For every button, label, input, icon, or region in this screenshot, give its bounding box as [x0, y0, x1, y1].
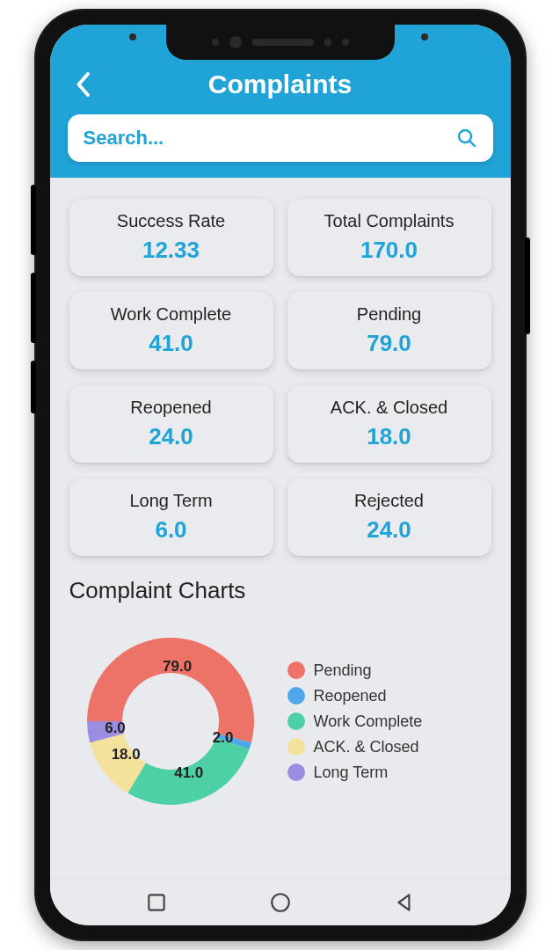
svg-point-3 — [272, 894, 289, 911]
stat-card-value: 6.0 — [76, 516, 266, 544]
legend-swatch — [287, 661, 305, 679]
stat-card[interactable]: Success Rate12.33 — [69, 199, 273, 276]
legend-item: ACK. & Closed — [287, 738, 423, 756]
legend-item: Work Complete — [287, 712, 423, 731]
section-title: Complaint Charts — [69, 577, 491, 604]
stats-grid: Success Rate12.33Total Complaints170.0Wo… — [69, 199, 491, 556]
stat-card-value: 170.0 — [295, 237, 484, 264]
back-button[interactable] — [68, 69, 98, 99]
legend-label: Long Term — [314, 764, 389, 782]
phone-side-button — [31, 185, 36, 255]
search-icon[interactable] — [456, 128, 477, 149]
search-input[interactable] — [84, 127, 456, 150]
stat-card-label: Rejected — [295, 491, 484, 511]
android-navbar — [50, 878, 511, 925]
legend-label: Pending — [314, 661, 372, 680]
stat-card-value: 12.33 — [76, 237, 266, 264]
stat-card[interactable]: Long Term6.0 — [69, 479, 273, 556]
circle-icon — [269, 891, 292, 914]
phone-side-button — [525, 238, 530, 334]
search-bar[interactable] — [68, 114, 493, 162]
stat-card[interactable]: Pending79.0 — [287, 292, 491, 369]
donut-value-label: 79.0 — [163, 658, 192, 676]
nav-back-button[interactable] — [387, 885, 422, 920]
chart-legend: PendingReopenedWork CompleteACK. & Close… — [287, 661, 423, 782]
chart-area: 79.02.041.018.06.0 PendingReopenedWork C… — [69, 620, 491, 822]
donut-value-label: 2.0 — [213, 729, 234, 747]
phone-notch — [166, 25, 395, 60]
square-icon — [145, 891, 168, 914]
stat-card-label: Total Complaints — [295, 211, 484, 231]
stat-card-label: Reopened — [76, 398, 266, 418]
nav-recent-button[interactable] — [139, 885, 174, 920]
legend-swatch — [287, 712, 305, 730]
legend-label: ACK. & Closed — [314, 738, 419, 756]
legend-label: Work Complete — [314, 712, 423, 731]
donut-value-label: 18.0 — [112, 746, 141, 764]
legend-swatch — [287, 764, 305, 781]
legend-swatch — [287, 687, 305, 705]
stat-card-label: Work Complete — [76, 304, 266, 325]
triangle-left-icon — [393, 891, 416, 914]
phone-frame: Complaints Success Rate12.33Total Compla… — [34, 9, 527, 941]
legend-item: Pending — [287, 661, 423, 680]
donut-value-label: 41.0 — [174, 764, 203, 782]
stat-card-label: Pending — [295, 304, 484, 325]
content-area: Success Rate12.33Total Complaints170.0Wo… — [50, 178, 511, 878]
stat-card-label: Success Rate — [76, 211, 266, 231]
svg-line-1 — [469, 141, 475, 146]
nav-home-button[interactable] — [263, 885, 298, 920]
stat-card-value: 79.0 — [295, 330, 484, 357]
stat-card[interactable]: Work Complete41.0 — [69, 292, 273, 369]
stat-card-value: 24.0 — [295, 516, 484, 544]
page-title: Complaints — [208, 69, 352, 99]
phone-sensor — [129, 33, 136, 40]
svg-rect-2 — [149, 895, 164, 910]
donut-chart: 79.02.041.018.06.0 — [69, 620, 272, 822]
stat-card-label: ACK. & Closed — [295, 398, 484, 418]
legend-item: Long Term — [287, 764, 423, 782]
stat-card[interactable]: Rejected24.0 — [287, 479, 491, 556]
legend-item: Reopened — [287, 687, 423, 705]
stat-card[interactable]: Reopened24.0 — [69, 385, 273, 463]
legend-swatch — [287, 738, 305, 756]
stat-card-value: 41.0 — [76, 330, 266, 357]
stat-card-value: 24.0 — [76, 423, 266, 450]
stat-card[interactable]: Total Complaints170.0 — [287, 199, 491, 276]
phone-side-button — [31, 273, 36, 343]
stat-card[interactable]: ACK. & Closed18.0 — [287, 385, 491, 463]
legend-label: Reopened — [314, 687, 387, 705]
stat-card-value: 18.0 — [295, 423, 484, 450]
phone-side-button — [31, 361, 36, 413]
stat-card-label: Long Term — [76, 491, 266, 511]
donut-value-label: 6.0 — [105, 720, 126, 737]
phone-sensor — [421, 33, 428, 40]
chevron-left-icon — [75, 71, 91, 98]
